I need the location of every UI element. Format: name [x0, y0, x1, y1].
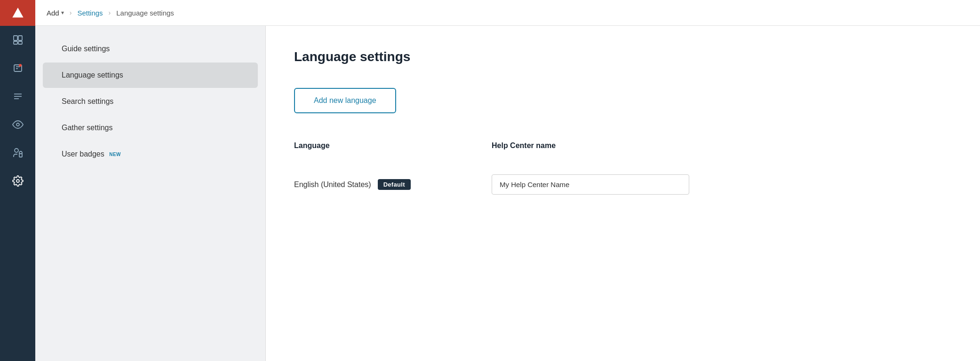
gear-icon: [12, 175, 24, 187]
svg-rect-14: [19, 154, 22, 157]
language-cell: English (United States) Default: [294, 179, 492, 190]
main-panel: Language settings Add new language Langu…: [266, 26, 980, 361]
sidebar-item-articles[interactable]: [0, 82, 35, 110]
svg-rect-3: [14, 41, 17, 44]
sidebar-item-insights[interactable]: [0, 110, 35, 139]
add-new-language-button[interactable]: Add new language: [294, 88, 396, 113]
chevron-down-icon: ▾: [61, 9, 64, 16]
page-title: Language settings: [294, 49, 952, 64]
breadcrumb-separator-2: ›: [109, 9, 111, 16]
col-header-help-center-name: Help Center name: [492, 141, 952, 150]
main-wrapper: Add ▾ › Settings › Language settings Gui…: [35, 0, 980, 361]
help-center-name-cell: [492, 174, 952, 195]
help-center-name-input[interactable]: [492, 174, 689, 195]
sidebar-item-alerts[interactable]: [0, 54, 35, 82]
sidebar-item-settings[interactable]: [0, 167, 35, 195]
language-name: English (United States): [294, 180, 371, 189]
user-lock-icon: [12, 147, 24, 158]
svg-point-8: [19, 64, 22, 67]
nav-item-search-settings[interactable]: Search settings: [43, 89, 258, 114]
book-icon: [12, 34, 24, 46]
new-badge: NEW: [109, 152, 121, 157]
svg-point-12: [16, 123, 19, 126]
nav-item-language-settings[interactable]: Language settings: [43, 63, 258, 88]
eye-icon: [12, 119, 24, 130]
nav-item-guide-settings[interactable]: Guide settings: [43, 36, 258, 62]
add-label: Add: [47, 9, 59, 17]
nav-item-user-badges[interactable]: User badges NEW: [43, 141, 258, 167]
settings-breadcrumb[interactable]: Settings: [77, 9, 103, 17]
table-header: Language Help Center name: [294, 141, 952, 157]
list-icon: [12, 91, 24, 102]
col-header-language: Language: [294, 141, 492, 150]
alert-icon: [12, 63, 24, 74]
logo-icon: [11, 7, 24, 20]
svg-rect-1: [14, 36, 17, 40]
svg-rect-4: [18, 41, 22, 44]
svg-rect-2: [18, 36, 22, 40]
sidebar-item-knowledge-base[interactable]: [0, 26, 35, 54]
add-button[interactable]: Add ▾: [47, 9, 64, 17]
current-page-breadcrumb: Language settings: [116, 9, 174, 17]
svg-point-13: [15, 149, 18, 152]
default-badge: Default: [378, 179, 411, 190]
logo-area[interactable]: [0, 0, 35, 26]
breadcrumb-separator-1: ›: [70, 9, 72, 16]
content-area: Guide settings Language settings Search …: [35, 26, 980, 361]
settings-nav: Guide settings Language settings Search …: [35, 26, 266, 361]
svg-marker-0: [12, 8, 23, 17]
svg-point-15: [16, 180, 19, 182]
table-row: English (United States) Default: [294, 167, 952, 202]
nav-item-gather-settings[interactable]: Gather settings: [43, 115, 258, 141]
icon-sidebar: [0, 0, 35, 361]
topbar: Add ▾ › Settings › Language settings: [35, 0, 980, 26]
sidebar-item-users[interactable]: [0, 139, 35, 167]
